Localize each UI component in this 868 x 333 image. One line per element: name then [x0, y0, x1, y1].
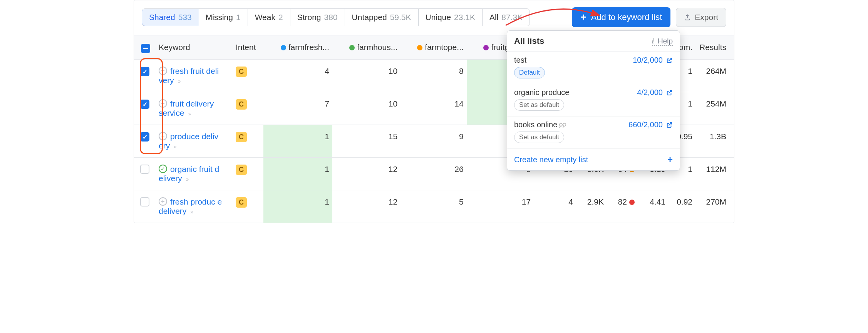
- metric-cell: 7: [263, 92, 332, 125]
- metric-cell: 82: [607, 190, 638, 223]
- tab-label: Strong: [297, 13, 321, 22]
- tab-untapped[interactable]: Untapped 59.5K: [345, 9, 419, 26]
- add-keyword-icon[interactable]: [159, 197, 167, 206]
- check-icon[interactable]: [159, 165, 167, 173]
- set-default-button[interactable]: Set as default: [514, 99, 564, 111]
- col-farmtope[interactable]: farmtope...: [400, 35, 467, 59]
- set-default-button[interactable]: Set as default: [514, 132, 564, 143]
- svg-point-0: [560, 123, 562, 126]
- list-name: test: [514, 56, 526, 65]
- metric-cell: 1: [263, 157, 332, 190]
- tab-unique[interactable]: Unique 23.1K: [419, 9, 483, 26]
- metric-cell: 1: [263, 190, 332, 223]
- external-link-icon: [666, 89, 673, 96]
- tab-label: Unique: [426, 13, 451, 22]
- create-list-link[interactable]: Create new empty list: [514, 155, 588, 164]
- list-item[interactable]: books online660/2,000 Set as default: [507, 117, 680, 149]
- metric-cell: 17: [467, 190, 534, 223]
- info-icon: [652, 37, 655, 45]
- tab-count: 533: [178, 13, 192, 22]
- tab-shared[interactable]: Shared 533: [142, 8, 199, 26]
- shared-icon: [559, 122, 567, 128]
- intent-badge: C: [236, 99, 247, 110]
- metric-cell: 4: [534, 190, 576, 223]
- metric-cell: 4.41: [638, 190, 669, 223]
- metric-cell: 12: [332, 157, 400, 190]
- select-all-checkbox[interactable]: [141, 44, 150, 53]
- keyword-link[interactable]: fresh fruit deli very: [159, 67, 219, 85]
- row-checkbox[interactable]: [140, 100, 149, 109]
- list-name: books online: [514, 120, 567, 129]
- intent-badge: C: [236, 67, 247, 77]
- metric-cell: 10: [332, 92, 400, 125]
- help-link[interactable]: Help: [652, 37, 673, 46]
- export-button[interactable]: Export: [676, 8, 726, 27]
- chevron-icon: ››: [186, 176, 188, 182]
- chevron-icon: ››: [188, 110, 190, 117]
- chevron-icon: ››: [178, 78, 180, 84]
- tab-label: Weak: [255, 13, 275, 22]
- list-count[interactable]: 10/2,000: [633, 56, 673, 65]
- list-count[interactable]: 660/2,000: [628, 120, 673, 129]
- results-cell: 1.3B: [695, 125, 734, 157]
- tab-count: 2: [278, 13, 283, 22]
- results-cell: 254M: [695, 92, 734, 125]
- add-button-label: Add to keyword list: [591, 12, 662, 22]
- results-cell: 264M: [695, 59, 734, 92]
- add-keyword-icon[interactable]: [159, 99, 167, 108]
- metric-cell: 14: [400, 92, 467, 125]
- col-farmhous[interactable]: farmhous...: [332, 35, 400, 59]
- tab-count: 380: [324, 13, 338, 22]
- tab-label: Untapped: [352, 13, 387, 22]
- metric-cell: 0.92: [669, 190, 695, 223]
- export-label: Export: [695, 13, 718, 22]
- row-checkbox[interactable]: [140, 67, 149, 76]
- chevron-icon: ››: [190, 208, 193, 215]
- list-item[interactable]: test10/2,000 Default: [507, 52, 680, 84]
- plus-icon: [580, 12, 586, 23]
- results-cell: 112M: [695, 157, 734, 190]
- intent-badge: C: [236, 197, 247, 208]
- tab-label: All: [489, 13, 498, 22]
- tab-label: Shared: [149, 13, 175, 22]
- metric-cell: 15: [332, 125, 400, 157]
- default-badge: Default: [514, 67, 545, 78]
- tab-strong[interactable]: Strong 380: [290, 9, 345, 26]
- col-intent[interactable]: Intent: [233, 35, 263, 59]
- external-link-icon: [666, 122, 673, 128]
- row-checkbox[interactable]: [140, 165, 149, 174]
- col-farmfresh[interactable]: farmfresh...: [263, 35, 332, 59]
- keyword-link[interactable]: fruit delivery service: [159, 99, 214, 117]
- keyword-link[interactable]: organic fruit d elivery: [159, 165, 219, 183]
- row-checkbox[interactable]: [140, 132, 149, 142]
- metric-cell: 2.9K: [576, 190, 607, 223]
- add-keyword-icon[interactable]: [159, 132, 167, 140]
- tab-weak[interactable]: Weak 2: [248, 9, 290, 26]
- tab-all[interactable]: All 87.3K: [483, 9, 530, 26]
- col-keyword[interactable]: Keyword: [156, 35, 233, 59]
- list-count[interactable]: 4/2,000: [637, 88, 673, 97]
- keyword-lists-popover: All lists Help test10/2,000 Defaultorgan…: [507, 30, 680, 171]
- popover-title: All lists: [514, 36, 544, 46]
- list-item[interactable]: organic produce4/2,000 Set as default: [507, 84, 680, 117]
- filter-tabs: Shared 533Missing 1Weak 2Strong 380Untap…: [142, 8, 530, 26]
- chevron-icon: ››: [174, 143, 176, 150]
- row-checkbox[interactable]: [140, 197, 149, 206]
- tab-count: 59.5K: [390, 13, 411, 22]
- plus-icon[interactable]: +: [667, 154, 673, 165]
- list-name: organic produce: [514, 88, 569, 97]
- col-results[interactable]: Results: [695, 35, 734, 59]
- metric-cell: 9: [400, 125, 467, 157]
- keyword-link[interactable]: produce deliv ery: [159, 132, 218, 150]
- tab-count: 23.1K: [454, 13, 475, 22]
- external-link-icon: [666, 57, 673, 64]
- add-keyword-icon[interactable]: [159, 67, 167, 75]
- intent-badge: C: [236, 132, 247, 142]
- metric-cell: 4: [263, 59, 332, 92]
- metric-cell: 12: [332, 190, 400, 223]
- results-cell: 270M: [695, 190, 734, 223]
- tab-missing[interactable]: Missing 1: [199, 9, 248, 26]
- add-to-keyword-list-button[interactable]: Add to keyword list: [572, 7, 670, 27]
- metric-cell: 5: [400, 190, 467, 223]
- tab-label: Missing: [206, 13, 233, 22]
